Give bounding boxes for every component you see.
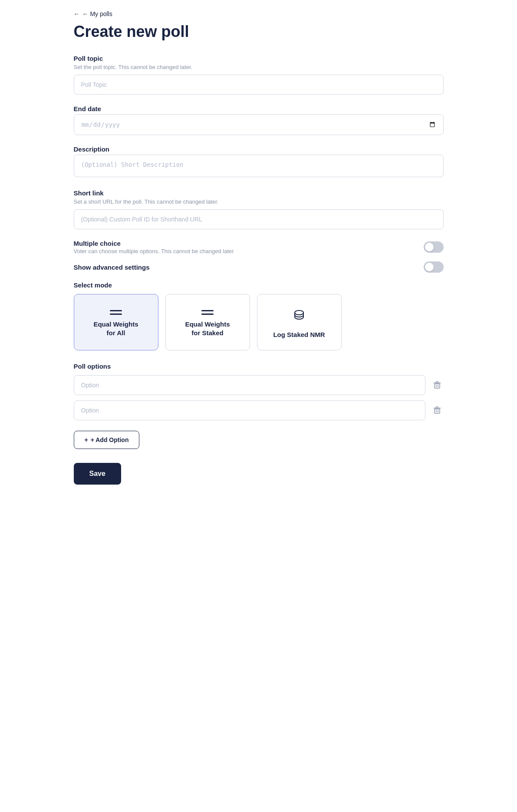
- multiple-choice-row: Multiple choice Voter can choose multipl…: [74, 240, 444, 254]
- save-label: Save: [89, 470, 105, 477]
- multiple-choice-hint: Voter can choose multiple options. This …: [74, 248, 234, 254]
- svg-point-0: [295, 310, 303, 315]
- mode-card-equal-all[interactable]: Equal Weightsfor All: [74, 294, 158, 350]
- equal-all-icon: [110, 310, 122, 315]
- advanced-settings-toggle[interactable]: [424, 261, 444, 273]
- delete-option-1-button[interactable]: [431, 379, 444, 392]
- add-option-button[interactable]: + + Add Option: [74, 431, 140, 449]
- advanced-settings-row: Show advanced settings: [74, 261, 444, 273]
- short-link-input[interactable]: [74, 209, 444, 229]
- short-link-group: Short link Set a short URL for the poll.…: [74, 189, 444, 229]
- mode-card-equal-all-label: Equal Weightsfor All: [93, 320, 138, 337]
- option-input-2[interactable]: [74, 400, 425, 420]
- option-row: [74, 400, 444, 420]
- mode-card-log-staked-label: Log Staked NMR: [273, 330, 325, 339]
- poll-topic-group: Poll topic Set the poll topic. This cann…: [74, 55, 444, 95]
- advanced-settings-label: Show advanced settings: [74, 264, 150, 271]
- svg-rect-1: [435, 384, 440, 388]
- poll-topic-input[interactable]: [74, 75, 444, 95]
- multiple-choice-label: Multiple choice: [74, 240, 234, 247]
- poll-options-label: Poll options: [74, 363, 444, 370]
- equal-staked-icon: [201, 310, 214, 315]
- multiple-choice-toggle[interactable]: [424, 241, 444, 253]
- description-label: Description: [74, 145, 444, 153]
- description-input[interactable]: [74, 155, 444, 177]
- svg-rect-2: [435, 409, 440, 413]
- end-date-label: End date: [74, 105, 444, 112]
- mode-cards: Equal Weightsfor All Equal Weightsfor St…: [74, 294, 444, 350]
- poll-options-section: Poll options: [74, 363, 444, 420]
- short-link-hint: Set a short URL for the poll. This canno…: [74, 198, 444, 205]
- select-mode-section: Select mode Equal Weightsfor All Equal W…: [74, 281, 444, 350]
- mode-card-log-staked[interactable]: Log Staked NMR: [257, 294, 342, 350]
- end-date-input[interactable]: [74, 114, 444, 135]
- multiple-choice-text: Multiple choice Voter can choose multipl…: [74, 240, 234, 254]
- description-group: Description: [74, 145, 444, 179]
- save-button[interactable]: Save: [74, 463, 121, 485]
- add-option-plus-icon: +: [85, 436, 88, 443]
- trash-icon: [432, 406, 442, 415]
- delete-option-2-button[interactable]: [431, 404, 444, 417]
- back-arrow-icon: ←: [74, 10, 80, 17]
- back-link-label: ← My polls: [82, 10, 112, 17]
- coins-icon: [292, 308, 306, 325]
- back-link[interactable]: ← ← My polls: [74, 10, 444, 17]
- add-option-label: + Add Option: [91, 436, 129, 443]
- trash-icon: [432, 380, 442, 390]
- advanced-settings-text: Show advanced settings: [74, 264, 150, 271]
- option-row: [74, 375, 444, 395]
- page-title: Create new poll: [74, 23, 444, 41]
- mode-card-equal-staked[interactable]: Equal Weightsfor Staked: [165, 294, 250, 350]
- option-input-1[interactable]: [74, 375, 425, 395]
- poll-topic-hint: Set the poll topic. This cannot be chang…: [74, 64, 444, 70]
- mode-card-equal-staked-label: Equal Weightsfor Staked: [185, 320, 230, 337]
- select-mode-label: Select mode: [74, 281, 444, 289]
- options-list: [74, 375, 444, 420]
- poll-topic-label: Poll topic: [74, 55, 444, 62]
- short-link-label: Short link: [74, 189, 444, 197]
- end-date-group: End date: [74, 105, 444, 135]
